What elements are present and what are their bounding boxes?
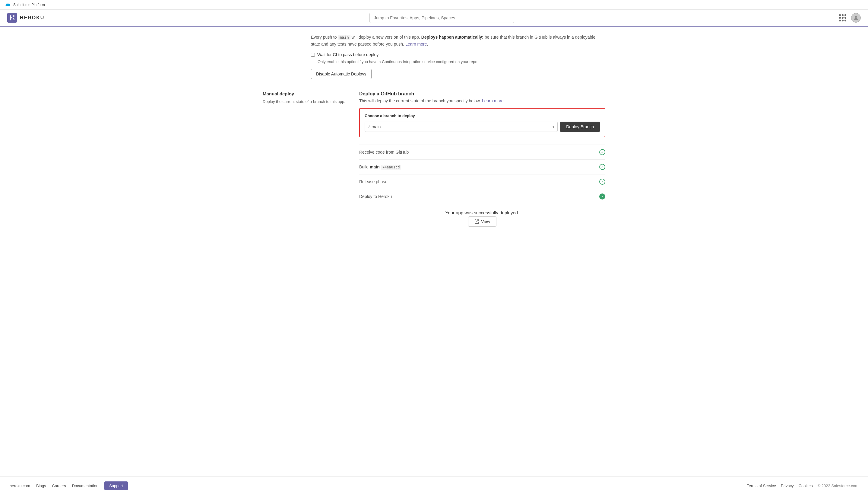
footer-link-documentation[interactable]: Documentation	[72, 483, 98, 488]
header-search	[370, 13, 514, 23]
manual-deploy-section: Manual deploy Deploy the current state o…	[263, 91, 605, 230]
auto-deploy-desc-pre: Every push to	[311, 35, 338, 39]
success-message: Your app was successfully deployed. View	[359, 210, 605, 227]
status-item-release: Release phase ✓	[359, 174, 605, 189]
salesforce-label: Salesforce Platform	[13, 3, 45, 7]
salesforce-cloud-icon	[5, 3, 11, 7]
view-button[interactable]: View	[468, 217, 496, 227]
deploy-github-branch-title: Deploy a GitHub branch	[359, 91, 605, 97]
branch-select-row: ⑂ main ▼ Deploy Branch	[365, 122, 600, 132]
view-icon	[474, 219, 479, 224]
footer-left: heroku.com Blogs Careers Documentation S…	[10, 481, 128, 490]
ci-checkbox[interactable]	[311, 53, 315, 57]
deploy-desc-pre: This will deploy the current state of th…	[359, 98, 481, 103]
status-list: Receive code from GitHub ✓ Build main 74…	[359, 144, 605, 204]
heroku-logo[interactable]: HEROKU	[7, 13, 45, 23]
grid-menu-icon[interactable]	[839, 14, 846, 21]
status-icon-build: ✓	[599, 164, 605, 170]
deploy-section-desc: This will deploy the current state of th…	[359, 98, 605, 103]
auto-deploy-branch-code: main	[338, 35, 351, 40]
auto-deploy-desc-post: will deploy a new version of this app.	[351, 35, 420, 39]
disable-automatic-deploys-button[interactable]: Disable Automatic Deploys	[311, 69, 372, 79]
success-text: Your app was successfully deployed.	[359, 210, 605, 215]
section-main: Deploy a GitHub branch This will deploy …	[359, 91, 605, 230]
status-label-build: Build main 74ea01cd	[359, 165, 401, 169]
salesforce-bar: Salesforce Platform	[0, 0, 868, 10]
auto-deploy-bold: Deploys happen automatically:	[421, 35, 483, 39]
status-icon-receive-code: ✓	[599, 149, 605, 155]
header-right	[839, 13, 861, 23]
branch-deploy-box: Choose a branch to deploy ⑂ main ▼ Deplo…	[359, 108, 605, 137]
status-item-build: Build main 74ea01cd ✓	[359, 160, 605, 174]
chevron-down-icon: ▼	[552, 125, 555, 129]
deploy-learn-more-link[interactable]: Learn more	[482, 98, 504, 103]
status-label-receive-code: Receive code from GitHub	[359, 150, 409, 155]
footer-right: Terms of Service Privacy Cookies © 2022 …	[747, 483, 858, 488]
status-item-deploy: Deploy to Heroku ✓	[359, 189, 605, 204]
status-icon-deploy: ✓	[599, 193, 605, 200]
branch-select-wrapper: ⑂ main ▼	[365, 122, 557, 132]
ci-checkbox-row: Wait for CI to pass before deploy	[311, 52, 605, 57]
status-label-release: Release phase	[359, 179, 387, 184]
auto-deploy-learn-more-link[interactable]: Learn more	[405, 42, 427, 47]
branch-select[interactable]: main	[372, 122, 552, 132]
manual-deploy-desc: Deploy the current state of a branch to …	[263, 99, 347, 105]
branch-icon: ⑂	[367, 124, 370, 129]
footer-copyright: © 2022 Salesforce.com	[818, 483, 858, 488]
auto-deploy-section: Every push to main will deploy a new ver…	[263, 34, 605, 79]
heroku-header: HEROKU	[0, 10, 868, 27]
status-item-receive-code: Receive code from GitHub ✓	[359, 144, 605, 160]
deploy-branch-button[interactable]: Deploy Branch	[560, 122, 600, 132]
support-button[interactable]: Support	[104, 481, 128, 490]
svg-rect-1	[10, 17, 12, 18]
view-button-label: View	[481, 219, 490, 224]
footer-link-privacy[interactable]: Privacy	[781, 483, 794, 488]
footer-link-heroku[interactable]: heroku.com	[10, 483, 30, 488]
footer-link-terms[interactable]: Terms of Service	[747, 483, 776, 488]
section-sidebar: Manual deploy Deploy the current state o…	[263, 91, 347, 230]
footer: heroku.com Blogs Careers Documentation S…	[0, 476, 868, 495]
svg-rect-2	[13, 15, 14, 17]
svg-point-3	[855, 16, 857, 18]
branch-box-title: Choose a branch to deploy	[365, 114, 600, 118]
heroku-logo-icon	[7, 13, 17, 23]
avatar[interactable]	[851, 13, 861, 23]
ci-checkbox-label[interactable]: Wait for CI to pass before deploy	[317, 52, 378, 57]
footer-link-blogs[interactable]: Blogs	[36, 483, 46, 488]
status-label-deploy: Deploy to Heroku	[359, 194, 392, 199]
main-content: Every push to main will deploy a new ver…	[253, 27, 615, 476]
ci-checkbox-hint: Only enable this option if you have a Co…	[318, 59, 605, 64]
search-input[interactable]	[370, 13, 514, 23]
auto-deploy-description: Every push to main will deploy a new ver…	[311, 34, 605, 47]
footer-link-careers[interactable]: Careers	[52, 483, 66, 488]
status-icon-release: ✓	[599, 179, 605, 185]
manual-deploy-title: Manual deploy	[263, 91, 347, 96]
heroku-logo-text: HEROKU	[20, 15, 45, 20]
footer-link-cookies[interactable]: Cookies	[799, 483, 813, 488]
